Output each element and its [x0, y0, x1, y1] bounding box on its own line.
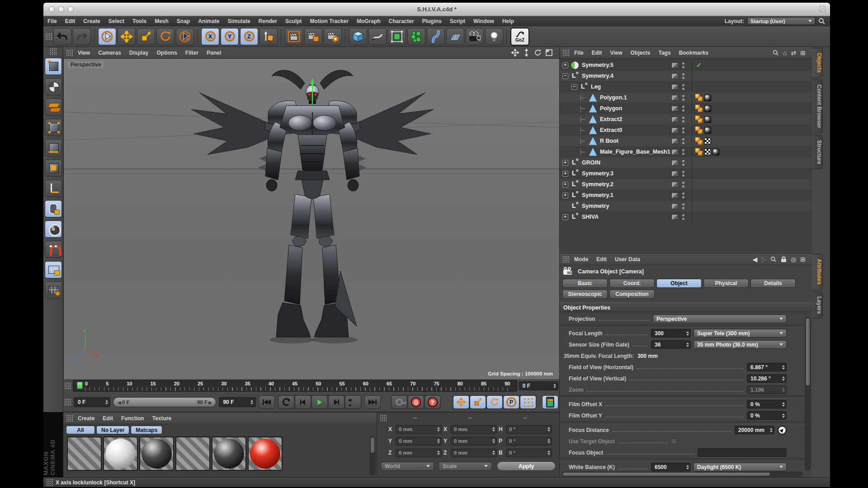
pan-icon[interactable]: [511, 49, 519, 56]
object-tree-row[interactable]: SHIVA ✓: [560, 211, 812, 222]
object-tree-row[interactable]: Polygon ✓: [560, 103, 812, 114]
goz-button[interactable]: GoZ: [510, 28, 529, 46]
live-selection-button[interactable]: [98, 28, 116, 45]
value-field[interactable]: 1.196: [747, 385, 787, 394]
y-axis-lock-button[interactable]: Y: [221, 28, 239, 45]
menu-item[interactable]: Simulate: [224, 16, 255, 26]
stepper-icon[interactable]: [781, 388, 785, 392]
tag-icon[interactable]: [704, 116, 711, 123]
tag-icon[interactable]: [704, 127, 711, 134]
expand-toggle[interactable]: [580, 117, 586, 122]
visibility-dots[interactable]: [682, 106, 684, 112]
palette-button[interactable]: [45, 119, 62, 136]
expand-toggle[interactable]: [562, 62, 568, 68]
view-label[interactable]: Perspective: [67, 61, 104, 68]
enabled-check-icon[interactable]: ✓: [696, 61, 702, 69]
tag-icon[interactable]: [704, 149, 711, 155]
play-button[interactable]: [311, 395, 328, 409]
object-name[interactable]: Symmetry.1: [582, 192, 613, 198]
attribute-tab-button[interactable]: Details: [750, 279, 796, 288]
material-menu-item[interactable]: Function: [117, 413, 148, 424]
expand-toggle[interactable]: [580, 127, 586, 133]
menu-item[interactable]: Sculpt: [281, 16, 306, 26]
stepper-icon[interactable]: [781, 413, 785, 418]
layout-dropdown[interactable]: Startup (User): [747, 17, 815, 25]
tag-icon[interactable]: [704, 105, 711, 112]
stepper-icon[interactable]: [436, 439, 440, 443]
scrollbar-thumb[interactable]: [371, 437, 374, 453]
go-to-start-button[interactable]: [259, 395, 275, 409]
timeline-grip[interactable]: [64, 382, 71, 389]
menu-item[interactable]: Window: [469, 16, 498, 26]
camera-button[interactable]: [466, 28, 484, 45]
value-dropdown[interactable]: Daylight (6500 K): [693, 463, 787, 471]
viewport-canvas[interactable]: Y Z X Perspective Grid Spacing : 100000 …: [63, 59, 559, 379]
attribute-tab-button[interactable]: Composition: [609, 290, 655, 299]
tag-icon[interactable]: [695, 105, 703, 112]
layer-toggle[interactable]: [671, 192, 679, 198]
material-menu-item[interactable]: Edit: [99, 413, 117, 424]
stepper-icon[interactable]: [685, 331, 689, 336]
layer-toggle[interactable]: [671, 73, 679, 79]
record-parameter-button[interactable]: P: [503, 395, 519, 409]
search-icon[interactable]: [818, 18, 826, 25]
attribute-tab-button[interactable]: Object: [656, 279, 702, 288]
expand-toggle[interactable]: [571, 84, 577, 90]
toggle-view-icon[interactable]: [545, 49, 553, 56]
menu-item[interactable]: Snap: [173, 16, 194, 26]
go-to-end-button[interactable]: [364, 395, 381, 409]
expand-toggle[interactable]: [580, 138, 586, 144]
expand-toggle[interactable]: [562, 203, 568, 209]
attribute-grip[interactable]: [562, 256, 569, 263]
rotation-field[interactable]: 0 °: [506, 449, 552, 457]
layer-toggle[interactable]: [671, 160, 679, 166]
history-forward-icon[interactable]: ▷: [761, 256, 766, 263]
apply-button[interactable]: Apply: [497, 461, 556, 471]
primitive-cube-button[interactable]: [349, 28, 367, 45]
object-name[interactable]: Symmetry.2: [582, 181, 613, 188]
attribute-horizontal-scrollbar[interactable]: [561, 472, 803, 477]
title-bar[interactable]: S.H.I.V.A.c4d * ⤢: [43, 3, 830, 16]
menu-item[interactable]: Select: [104, 16, 128, 26]
tag-icon[interactable]: [695, 127, 703, 134]
menu-item[interactable]: Edit: [61, 16, 80, 26]
visibility-dots[interactable]: [682, 203, 684, 209]
value-field[interactable]: 20000 mm: [735, 426, 774, 434]
menu-item[interactable]: Character: [385, 16, 418, 26]
layer-toggle[interactable]: [671, 84, 679, 90]
history-back-icon[interactable]: ◀: [752, 256, 757, 263]
attribute-tab[interactable]: Attributes: [812, 254, 823, 290]
tag-icon[interactable]: [695, 148, 703, 155]
object-manager-menu-item[interactable]: Tags: [655, 47, 675, 59]
object-tree-row[interactable]: Extract0 ✓: [560, 125, 812, 136]
navigate-icon[interactable]: ⇄: [791, 50, 797, 56]
visibility-dots[interactable]: [682, 149, 684, 155]
add-tab-icon[interactable]: ⊞: [800, 50, 806, 56]
coordinate-space-dropdown[interactable]: World: [381, 462, 434, 471]
object-tree-row[interactable]: Symmetry ✓: [560, 201, 812, 211]
last-tool-button[interactable]: [176, 28, 194, 45]
stepper-icon[interactable]: [250, 400, 254, 404]
palette-button[interactable]: [45, 139, 62, 156]
object-tree-row[interactable]: Symmetry.1 ✓: [560, 190, 812, 201]
position-field[interactable]: 0 mm: [396, 425, 442, 434]
material-layer-tab[interactable]: Matcaps: [131, 426, 162, 434]
object-name[interactable]: R Boot: [600, 138, 618, 144]
expand-toggle[interactable]: [562, 160, 568, 166]
stepper-icon[interactable]: [491, 450, 495, 455]
previous-frame-button[interactable]: [295, 395, 311, 409]
visibility-dots[interactable]: [682, 73, 684, 79]
scrollbar-thumb[interactable]: [806, 318, 810, 385]
keyframe-icon[interactable]: ◎: [791, 256, 796, 263]
layer-toggle[interactable]: [671, 127, 679, 133]
layer-toggle[interactable]: [671, 182, 679, 188]
position-field[interactable]: 0 mm: [396, 437, 442, 446]
layer-toggle[interactable]: [671, 203, 679, 209]
attribute-tab-button[interactable]: Coord.: [609, 279, 655, 288]
link-field[interactable]: [698, 448, 787, 457]
transport-grip[interactable]: [64, 399, 71, 406]
stepper-icon[interactable]: [547, 450, 551, 455]
floor-button[interactable]: [446, 28, 464, 45]
menu-item[interactable]: MoGraph: [353, 16, 385, 26]
playhead[interactable]: [77, 382, 83, 389]
